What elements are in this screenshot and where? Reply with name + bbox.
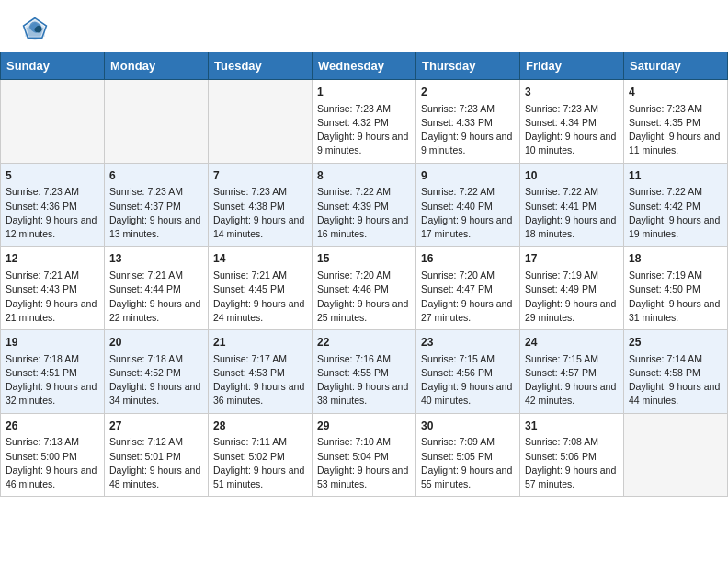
day-info: Sunrise: 7:22 AM Sunset: 4:41 PM Dayligh… <box>525 185 619 241</box>
calendar-cell-2-1: 5Sunrise: 7:23 AM Sunset: 4:36 PM Daylig… <box>1 163 105 247</box>
day-info: Sunrise: 7:08 AM Sunset: 5:06 PM Dayligh… <box>525 435 619 491</box>
calendar-cell-2-5: 9Sunrise: 7:22 AM Sunset: 4:40 PM Daylig… <box>416 163 520 247</box>
day-info: Sunrise: 7:23 AM Sunset: 4:35 PM Dayligh… <box>629 102 722 158</box>
day-info: Sunrise: 7:21 AM Sunset: 4:45 PM Dayligh… <box>213 269 307 325</box>
day-number: 16 <box>421 251 515 267</box>
day-number: 27 <box>109 419 203 434</box>
day-number: 14 <box>213 251 307 267</box>
day-info: Sunrise: 7:11 AM Sunset: 5:02 PM Dayligh… <box>213 435 307 491</box>
calendar-table: SundayMondayTuesdayWednesdayThursdayFrid… <box>0 52 728 497</box>
day-info: Sunrise: 7:22 AM Sunset: 4:42 PM Dayligh… <box>629 185 722 241</box>
calendar-cell-2-4: 8Sunrise: 7:22 AM Sunset: 4:39 PM Daylig… <box>313 163 416 247</box>
calendar-cell-1-7: 4Sunrise: 7:23 AM Sunset: 4:35 PM Daylig… <box>624 80 728 164</box>
day-number: 29 <box>317 419 411 434</box>
calendar-cell-4-7: 25Sunrise: 7:14 AM Sunset: 4:58 PM Dayli… <box>624 330 728 414</box>
day-info: Sunrise: 7:17 AM Sunset: 4:53 PM Dayligh… <box>213 352 307 408</box>
day-info: Sunrise: 7:22 AM Sunset: 4:40 PM Dayligh… <box>421 185 515 241</box>
day-number: 25 <box>629 335 722 350</box>
day-info: Sunrise: 7:23 AM Sunset: 4:33 PM Dayligh… <box>421 102 515 158</box>
calendar-cell-1-2 <box>105 80 209 164</box>
calendar-cell-4-4: 22Sunrise: 7:16 AM Sunset: 4:55 PM Dayli… <box>313 330 416 414</box>
day-info: Sunrise: 7:22 AM Sunset: 4:39 PM Dayligh… <box>317 185 411 241</box>
page: SundayMondayTuesdayWednesdayThursdayFrid… <box>0 0 728 497</box>
day-number: 10 <box>525 168 619 184</box>
day-info: Sunrise: 7:20 AM Sunset: 4:47 PM Dayligh… <box>421 269 515 325</box>
day-info: Sunrise: 7:23 AM Sunset: 4:36 PM Dayligh… <box>6 185 99 241</box>
calendar-cell-4-6: 24Sunrise: 7:15 AM Sunset: 4:57 PM Dayli… <box>520 330 624 414</box>
day-info: Sunrise: 7:23 AM Sunset: 4:32 PM Dayligh… <box>317 102 411 158</box>
calendar-cell-3-1: 12Sunrise: 7:21 AM Sunset: 4:43 PM Dayli… <box>1 247 105 330</box>
day-info: Sunrise: 7:09 AM Sunset: 5:05 PM Dayligh… <box>421 435 515 491</box>
day-info: Sunrise: 7:15 AM Sunset: 4:56 PM Dayligh… <box>421 352 515 408</box>
calendar-cell-1-4: 1Sunrise: 7:23 AM Sunset: 4:32 PM Daylig… <box>313 80 416 164</box>
day-info: Sunrise: 7:19 AM Sunset: 4:49 PM Dayligh… <box>525 269 619 325</box>
day-number: 4 <box>629 85 722 100</box>
calendar-cell-1-1 <box>1 80 105 164</box>
day-info: Sunrise: 7:15 AM Sunset: 4:57 PM Dayligh… <box>525 352 619 408</box>
calendar-week-row-3: 12Sunrise: 7:21 AM Sunset: 4:43 PM Dayli… <box>1 247 728 330</box>
day-number: 28 <box>213 419 307 434</box>
calendar-week-row-4: 19Sunrise: 7:18 AM Sunset: 4:51 PM Dayli… <box>1 330 728 414</box>
day-number: 6 <box>109 168 203 184</box>
day-number: 12 <box>6 251 99 267</box>
calendar-cell-2-2: 6Sunrise: 7:23 AM Sunset: 4:37 PM Daylig… <box>105 163 209 247</box>
calendar-cell-2-6: 10Sunrise: 7:22 AM Sunset: 4:41 PM Dayli… <box>520 163 624 247</box>
day-number: 13 <box>109 251 203 267</box>
calendar-cell-5-1: 26Sunrise: 7:13 AM Sunset: 5:00 PM Dayli… <box>1 413 105 497</box>
calendar-cell-4-5: 23Sunrise: 7:15 AM Sunset: 4:56 PM Dayli… <box>416 330 520 414</box>
day-info: Sunrise: 7:13 AM Sunset: 5:00 PM Dayligh… <box>6 435 99 491</box>
weekday-header-tuesday: Tuesday <box>209 52 313 80</box>
day-number: 8 <box>317 168 411 184</box>
day-info: Sunrise: 7:16 AM Sunset: 4:55 PM Dayligh… <box>317 352 411 408</box>
day-info: Sunrise: 7:20 AM Sunset: 4:46 PM Dayligh… <box>317 269 411 325</box>
calendar-cell-1-6: 3Sunrise: 7:23 AM Sunset: 4:34 PM Daylig… <box>520 80 624 164</box>
day-info: Sunrise: 7:14 AM Sunset: 4:58 PM Dayligh… <box>629 352 722 408</box>
calendar-cell-5-3: 28Sunrise: 7:11 AM Sunset: 5:02 PM Dayli… <box>209 413 313 497</box>
day-number: 31 <box>525 419 619 434</box>
calendar-cell-3-4: 15Sunrise: 7:20 AM Sunset: 4:46 PM Dayli… <box>313 247 416 330</box>
calendar-week-row-2: 5Sunrise: 7:23 AM Sunset: 4:36 PM Daylig… <box>1 163 728 247</box>
header <box>0 0 728 52</box>
calendar-cell-4-3: 21Sunrise: 7:17 AM Sunset: 4:53 PM Dayli… <box>209 330 313 414</box>
calendar-week-row-1: 1Sunrise: 7:23 AM Sunset: 4:32 PM Daylig… <box>1 80 728 164</box>
day-number: 20 <box>109 335 203 350</box>
calendar-cell-4-1: 19Sunrise: 7:18 AM Sunset: 4:51 PM Dayli… <box>1 330 105 414</box>
calendar-cell-2-3: 7Sunrise: 7:23 AM Sunset: 4:38 PM Daylig… <box>209 163 313 247</box>
calendar-cell-3-3: 14Sunrise: 7:21 AM Sunset: 4:45 PM Dayli… <box>209 247 313 330</box>
day-number: 30 <box>421 419 515 434</box>
calendar-cell-5-4: 29Sunrise: 7:10 AM Sunset: 5:04 PM Dayli… <box>313 413 416 497</box>
day-info: Sunrise: 7:18 AM Sunset: 4:52 PM Dayligh… <box>109 352 203 408</box>
calendar-cell-4-2: 20Sunrise: 7:18 AM Sunset: 4:52 PM Dayli… <box>105 330 209 414</box>
day-info: Sunrise: 7:23 AM Sunset: 4:34 PM Dayligh… <box>525 102 619 158</box>
weekday-header-row: SundayMondayTuesdayWednesdayThursdayFrid… <box>1 52 728 80</box>
logo <box>22 17 51 42</box>
logo-icon <box>22 17 48 42</box>
calendar-cell-3-5: 16Sunrise: 7:20 AM Sunset: 4:47 PM Dayli… <box>416 247 520 330</box>
weekday-header-sunday: Sunday <box>1 52 105 80</box>
day-number: 24 <box>525 335 619 350</box>
day-number: 5 <box>6 168 99 184</box>
weekday-header-wednesday: Wednesday <box>313 52 416 80</box>
calendar-cell-3-7: 18Sunrise: 7:19 AM Sunset: 4:50 PM Dayli… <box>624 247 728 330</box>
day-number: 11 <box>629 168 722 184</box>
day-number: 17 <box>525 251 619 267</box>
day-number: 21 <box>213 335 307 350</box>
calendar-cell-2-7: 11Sunrise: 7:22 AM Sunset: 4:42 PM Dayli… <box>624 163 728 247</box>
day-number: 26 <box>6 419 99 434</box>
day-info: Sunrise: 7:23 AM Sunset: 4:38 PM Dayligh… <box>213 185 307 241</box>
day-number: 23 <box>421 335 515 350</box>
calendar-cell-5-6: 31Sunrise: 7:08 AM Sunset: 5:06 PM Dayli… <box>520 413 624 497</box>
day-number: 9 <box>421 168 515 184</box>
weekday-header-thursday: Thursday <box>416 52 520 80</box>
day-number: 3 <box>525 85 619 100</box>
weekday-header-friday: Friday <box>520 52 624 80</box>
day-number: 18 <box>629 251 722 267</box>
day-info: Sunrise: 7:23 AM Sunset: 4:37 PM Dayligh… <box>109 185 203 241</box>
day-number: 19 <box>6 335 99 350</box>
day-number: 22 <box>317 335 411 350</box>
calendar-cell-3-2: 13Sunrise: 7:21 AM Sunset: 4:44 PM Dayli… <box>105 247 209 330</box>
calendar-cell-5-2: 27Sunrise: 7:12 AM Sunset: 5:01 PM Dayli… <box>105 413 209 497</box>
day-info: Sunrise: 7:18 AM Sunset: 4:51 PM Dayligh… <box>6 352 99 408</box>
day-info: Sunrise: 7:19 AM Sunset: 4:50 PM Dayligh… <box>629 269 722 325</box>
calendar-cell-3-6: 17Sunrise: 7:19 AM Sunset: 4:49 PM Dayli… <box>520 247 624 330</box>
